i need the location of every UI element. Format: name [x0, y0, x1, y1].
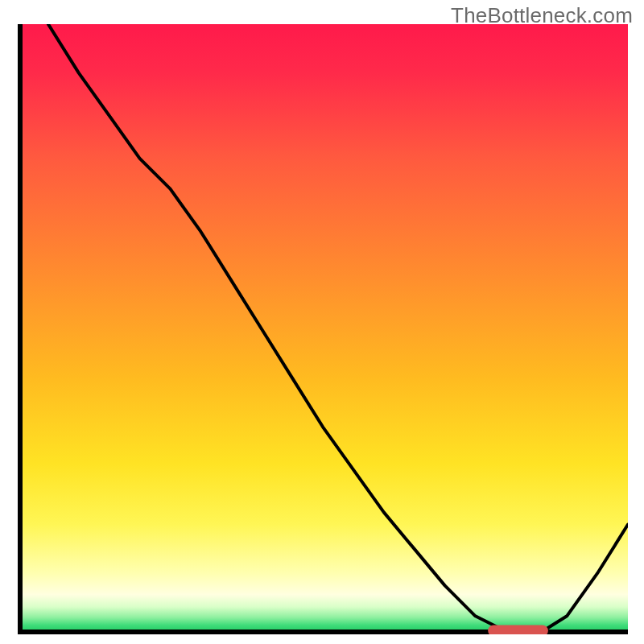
- bottleneck-gradient-chart: [18, 24, 628, 634]
- y-axis: [18, 24, 23, 634]
